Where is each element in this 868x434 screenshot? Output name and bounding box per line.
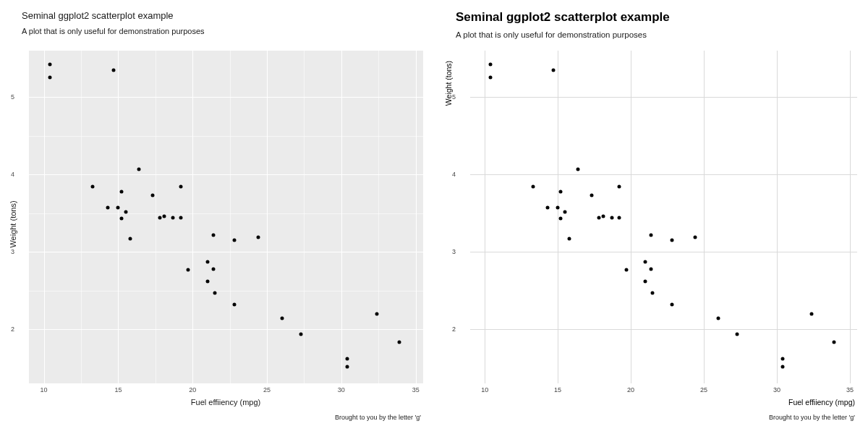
y-tick-label: 3 [452,248,456,255]
data-point [171,216,175,220]
data-point [124,210,127,213]
data-point [489,62,493,66]
data-point [232,239,236,242]
data-point [232,302,236,306]
data-point [179,216,182,220]
data-point [552,69,556,72]
x-tick-label: 10 [481,386,488,393]
data-point [179,184,182,188]
data-point [617,184,621,188]
data-point [568,237,571,240]
x-tick-label: 20 [627,386,634,393]
plot-area [470,51,857,383]
data-point [116,206,120,210]
chart-subtitle: A plot that is only useful for demonstra… [22,27,434,35]
data-point [150,194,154,197]
y-tick-label: 5 [11,93,14,101]
data-point [717,317,720,320]
data-point [137,167,141,171]
data-point [597,216,600,220]
data-point [556,206,560,210]
data-point [128,237,132,240]
data-point [256,235,260,239]
data-point [693,235,697,239]
data-point [781,357,785,361]
data-point [212,267,216,271]
x-axis-label: Fuel effiiency (mpg) [191,398,260,407]
x-axis-label: Fuel effiiency (mpg) [788,398,855,407]
data-point [213,292,217,295]
chart-right: Seminal ggplot2 scatterplot example A pl… [434,0,868,434]
data-point [375,312,379,315]
y-tick-label: 3 [11,248,14,255]
plot-area [29,51,423,383]
data-point [205,279,209,283]
title-block: Seminal ggplot2 scatterplot example A pl… [434,0,868,39]
y-tick-label: 2 [11,326,14,333]
data-point [650,267,653,271]
data-point [212,234,216,237]
data-point [650,234,653,237]
data-point [187,268,190,271]
data-point [158,216,161,220]
chart-left: Seminal ggplot2 scatterplot example A pl… [0,0,434,434]
chart-caption: Brought to you by the letter 'g' [335,414,421,421]
data-point [670,302,673,306]
y-tick-label: 4 [452,171,456,178]
data-point [112,69,116,72]
data-point [625,268,629,271]
data-point [559,190,563,193]
data-point [576,167,580,171]
data-point [119,216,123,220]
x-tick-label: 20 [189,386,196,393]
x-tick-label: 25 [263,386,271,393]
panel-background [29,51,423,383]
data-point [280,317,284,320]
data-point [163,214,166,218]
data-point [670,239,673,242]
y-tick-label: 4 [11,171,14,178]
chart-title: Seminal ggplot2 scatterplot example [456,10,868,25]
data-point [832,340,835,344]
data-point [736,333,739,336]
data-point [590,194,593,197]
y-tick-label: 5 [452,93,456,101]
y-axis-label: Weight (tons) [9,200,17,247]
data-point [106,206,110,210]
x-tick-label: 30 [773,386,780,393]
data-point [810,312,814,315]
x-tick-label: 10 [41,386,48,393]
data-point [299,333,303,336]
data-point [119,190,123,193]
chart-caption: Brought to you by the letter 'g' [769,414,855,421]
data-point [489,76,493,80]
data-point [617,216,621,220]
data-point [91,185,95,189]
data-point [781,365,785,369]
data-point [205,260,209,263]
data-point [644,279,647,283]
data-point [563,210,567,213]
x-tick-label: 15 [554,386,561,393]
data-point [398,340,401,344]
x-tick-label: 35 [412,386,420,393]
data-point [601,214,605,218]
data-point [644,260,647,263]
data-point [346,365,349,369]
data-point [651,292,655,295]
x-tick-label: 25 [700,386,707,393]
title-block: Seminal ggplot2 scatterplot example A pl… [0,0,434,35]
x-tick-label: 35 [846,386,854,393]
x-tick-label: 15 [114,386,122,393]
data-point [48,76,51,80]
data-point [531,185,535,189]
data-point [559,216,563,220]
chart-title: Seminal ggplot2 scatterplot example [22,10,434,21]
data-point [346,357,349,361]
chart-pair: Seminal ggplot2 scatterplot example A pl… [0,0,868,434]
data-point [48,62,51,66]
x-tick-label: 30 [338,386,345,393]
data-point [546,206,550,210]
chart-subtitle: A plot that is only useful for demonstra… [456,30,868,39]
y-tick-label: 2 [452,326,456,333]
